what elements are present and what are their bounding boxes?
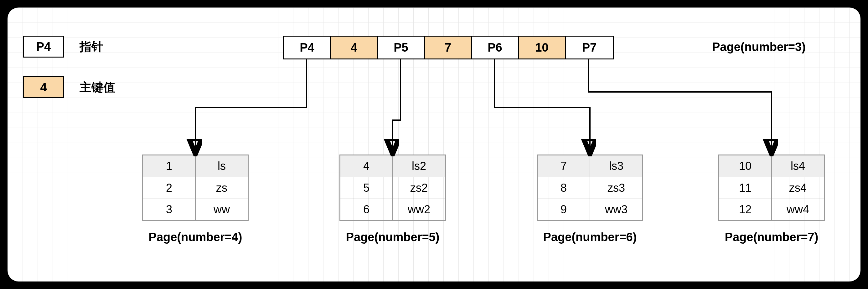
cell-val: zs3 <box>590 177 643 199</box>
cell-val: ls2 <box>393 155 445 177</box>
arrow-p5 <box>393 59 401 151</box>
legend: P4 指针 4 主键值 <box>23 36 115 117</box>
legend-pointer-row: P4 指针 <box>23 36 115 58</box>
cell-val: zs <box>195 177 248 199</box>
leaf-caption: Page(number=4) <box>142 230 249 244</box>
leaf-caption: Page(number=6) <box>537 230 643 244</box>
index-ptr-p7: P7 <box>566 37 613 59</box>
cell-val: zs2 <box>393 177 445 199</box>
cell-key: 8 <box>537 177 590 199</box>
leaf-table: 7ls3 8zs3 9ww3 <box>537 154 643 221</box>
index-node: P4 4 P5 7 P6 10 P7 <box>283 36 614 60</box>
index-key-4: 4 <box>331 37 378 59</box>
legend-key-box: 4 <box>23 76 64 98</box>
legend-pointer-label: 指针 <box>80 39 103 55</box>
cell-val: ww4 <box>772 199 825 221</box>
cell-val: ls4 <box>772 155 825 177</box>
legend-key-label: 主键值 <box>80 79 115 96</box>
cell-val: ls3 <box>590 155 643 177</box>
cell-key: 5 <box>340 177 393 199</box>
leaf-caption: Page(number=7) <box>718 230 825 244</box>
leaf-table: 10ls4 11zs4 12ww4 <box>718 154 825 221</box>
legend-key-row: 4 主键值 <box>23 76 115 98</box>
cell-val: ls <box>195 155 248 177</box>
index-ptr-p6: P6 <box>472 37 519 59</box>
cell-key: 12 <box>719 199 772 221</box>
cell-key: 1 <box>143 155 196 177</box>
cell-key: 11 <box>719 177 772 199</box>
cell-key: 10 <box>719 155 772 177</box>
cell-key: 2 <box>143 177 196 199</box>
cell-val: ww <box>195 199 248 221</box>
leaf-page-7: 10ls4 11zs4 12ww4 Page(number=7) <box>718 154 825 244</box>
index-ptr-p5: P5 <box>378 37 425 59</box>
arrow-p4 <box>195 59 307 151</box>
index-ptr-p4: P4 <box>284 37 331 59</box>
diagram-frame: P4 指针 4 主键值 P4 4 P5 7 P6 10 P7 Page(numb… <box>6 6 862 283</box>
index-key-7: 7 <box>425 37 472 59</box>
arrow-p7 <box>588 59 772 151</box>
cell-key: 3 <box>143 199 196 221</box>
arrow-p6 <box>494 59 590 151</box>
leaf-caption: Page(number=5) <box>339 230 446 244</box>
cell-val: ww3 <box>590 199 643 221</box>
cell-val: zs4 <box>772 177 825 199</box>
cell-val: ww2 <box>393 199 445 221</box>
leaf-table: 4ls2 5zs2 6ww2 <box>339 154 446 221</box>
index-key-10: 10 <box>519 37 566 59</box>
leaf-page-6: 7ls3 8zs3 9ww3 Page(number=6) <box>537 154 643 244</box>
leaf-page-5: 4ls2 5zs2 6ww2 Page(number=5) <box>339 154 446 244</box>
leaf-table: 1ls 2zs 3ww <box>142 154 249 221</box>
cell-key: 4 <box>340 155 393 177</box>
cell-key: 9 <box>537 199 590 221</box>
index-caption: Page(number=3) <box>712 40 806 54</box>
cell-key: 7 <box>537 155 590 177</box>
leaf-page-4: 1ls 2zs 3ww Page(number=4) <box>142 154 249 244</box>
legend-pointer-box: P4 <box>23 36 64 58</box>
cell-key: 6 <box>340 199 393 221</box>
